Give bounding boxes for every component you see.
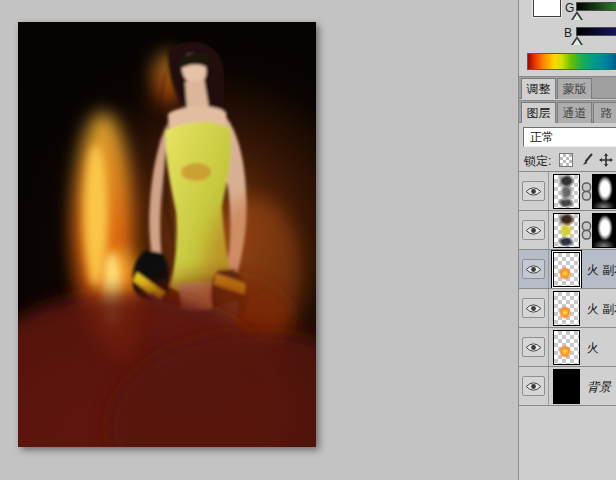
green-slider-handle[interactable] <box>571 11 583 20</box>
visibility-cell <box>519 367 549 406</box>
layer-name: 火 副本 <box>587 301 616 318</box>
adjustments-tabstrip: 调整 蒙版 <box>519 76 616 99</box>
layer-thumbnail[interactable] <box>553 291 580 326</box>
layers-list: 火 副本 火 副本 火 <box>519 172 616 406</box>
layer-mask-thumbnail[interactable] <box>592 213 616 248</box>
tab-masks[interactable]: 蒙版 <box>557 78 592 99</box>
tab-adjustments[interactable]: 调整 <box>521 78 556 99</box>
layer-name: 火 <box>587 340 599 357</box>
lock-transparency-icon[interactable] <box>559 153 573 167</box>
eye-icon <box>525 342 542 353</box>
layer-row-fire[interactable]: 火 <box>519 328 616 367</box>
photo-artwork <box>18 22 316 447</box>
visibility-cell <box>519 172 549 211</box>
layer-row-fire-copy[interactable]: 火 副本 <box>519 289 616 328</box>
blue-channel-slider[interactable] <box>576 27 616 36</box>
visibility-toggle[interactable] <box>522 298 545 318</box>
layer-mask-link-icon <box>581 182 592 201</box>
panel-empty-area <box>519 406 616 480</box>
document-canvas[interactable] <box>18 22 316 447</box>
layer-row-photo-bw[interactable] <box>519 172 616 211</box>
thumbnail-image <box>554 214 579 247</box>
eye-icon <box>525 186 542 197</box>
layer-thumbnail[interactable] <box>553 252 580 287</box>
layer-row-background[interactable]: 背景 <box>519 367 616 406</box>
blend-mode-row: 正常 <box>519 124 616 149</box>
thumbnail-image <box>554 331 579 364</box>
layer-row-fire-copy-selected[interactable]: 火 副本 <box>519 250 616 289</box>
blend-mode-select[interactable]: 正常 <box>523 127 616 147</box>
layer-thumbnail[interactable] <box>553 330 580 365</box>
tab-paths[interactable]: 路 <box>593 102 616 123</box>
lock-row: 锁定: <box>519 149 616 172</box>
layer-name: 火 副本 <box>587 262 616 279</box>
visibility-toggle[interactable] <box>522 376 545 396</box>
canvas-workspace <box>0 0 518 480</box>
color-spectrum-bar[interactable] <box>527 53 616 70</box>
layer-thumbnail[interactable] <box>553 369 580 404</box>
layer-thumbnail[interactable] <box>553 174 580 209</box>
foreground-color-swatch[interactable] <box>533 0 561 17</box>
layers-tabstrip: 图层 通道 路 <box>519 100 616 123</box>
visibility-toggle[interactable] <box>522 337 545 357</box>
visibility-cell <box>519 328 549 367</box>
visibility-toggle[interactable] <box>522 220 545 240</box>
lock-label: 锁定: <box>524 153 551 170</box>
eye-icon <box>525 225 542 236</box>
thumbnail-image <box>554 253 579 286</box>
thumbnail-image <box>554 175 579 208</box>
lock-pixels-brush-icon[interactable] <box>580 153 594 167</box>
thumbnail-image <box>554 292 579 325</box>
layer-mask-thumbnail[interactable] <box>592 174 616 209</box>
layer-row-photo-color[interactable] <box>519 211 616 250</box>
red-mist-glow <box>18 197 316 447</box>
tab-channels[interactable]: 通道 <box>557 102 592 123</box>
visibility-cell <box>519 250 549 289</box>
visibility-toggle[interactable] <box>522 181 545 201</box>
visibility-cell <box>519 211 549 250</box>
lock-position-move-icon[interactable] <box>599 153 613 167</box>
color-panel: G B <box>519 0 616 76</box>
visibility-toggle[interactable] <box>522 259 545 279</box>
tab-layers[interactable]: 图层 <box>521 102 556 123</box>
eye-icon <box>525 264 542 275</box>
right-panel-column: G B 调整 蒙版 图层 通道 路 正常 锁定: <box>518 0 616 480</box>
green-channel-slider[interactable] <box>576 2 616 11</box>
layer-name: 背景 <box>587 379 611 396</box>
eye-icon <box>525 303 542 314</box>
eye-icon <box>525 381 542 392</box>
blue-slider-handle[interactable] <box>571 36 583 45</box>
visibility-cell <box>519 289 549 328</box>
layer-mask-link-icon <box>581 221 592 240</box>
layer-thumbnail[interactable] <box>553 213 580 248</box>
